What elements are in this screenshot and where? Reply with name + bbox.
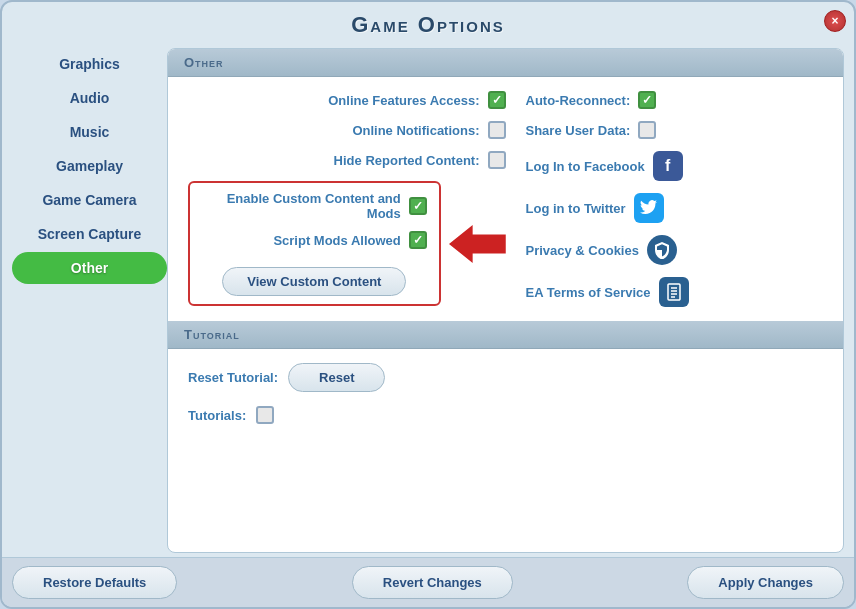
tos-label: EA Terms of Service [526,285,651,300]
title-bar: Game Options × [2,2,854,44]
share-user-data-checkbox[interactable] [638,121,656,139]
tutorials-row: Tutorials: [188,406,823,424]
custom-content-area: Enable Custom Content and Mods Script Mo… [188,181,506,306]
auto-reconnect-row: Auto-Reconnect: [526,91,824,109]
privacy-label: Privacy & Cookies [526,243,639,258]
privacy-row: Privacy & Cookies [526,235,824,265]
sidebar-item-audio[interactable]: Audio [12,82,167,114]
restore-defaults-button[interactable]: Restore Defaults [12,566,177,599]
sidebar: Graphics Audio Music Gameplay Game Camer… [12,44,167,557]
tutorial-section-header: Tutorial [168,321,843,349]
share-user-data-label: Share User Data: [526,123,631,138]
apply-changes-button[interactable]: Apply Changes [687,566,844,599]
facebook-label: Log In to Facebook [526,159,645,174]
script-mods-checkbox[interactable] [409,231,427,249]
share-user-data-row: Share User Data: [526,121,824,139]
sidebar-item-music[interactable]: Music [12,116,167,148]
view-custom-button[interactable]: View Custom Content [222,267,406,296]
main-content: Graphics Audio Music Gameplay Game Camer… [2,44,854,557]
window-title: Game Options [2,12,854,38]
enable-custom-label: Enable Custom Content and Mods [202,191,401,221]
online-notifications-label: Online Notifications: [352,123,479,138]
tos-icon[interactable] [659,277,689,307]
content-panel: Other Online Features Access: Online Not… [167,48,844,553]
right-column: Auto-Reconnect: Share User Data: Log In … [506,91,824,307]
tutorials-checkbox[interactable] [256,406,274,424]
left-column: Online Features Access: Online Notificat… [188,91,506,307]
custom-content-box: Enable Custom Content and Mods Script Mo… [188,181,441,306]
enable-custom-row: Enable Custom Content and Mods [202,191,427,221]
twitter-icon[interactable] [634,193,664,223]
game-options-window: Game Options × Graphics Audio Music Game… [0,0,856,609]
other-section-body: Online Features Access: Online Notificat… [168,77,843,321]
privacy-icon[interactable] [647,235,677,265]
other-section-header: Other [168,49,843,77]
tutorials-label: Tutorials: [188,408,246,423]
auto-reconnect-checkbox[interactable] [638,91,656,109]
hide-reported-label: Hide Reported Content: [334,153,480,168]
view-custom-row: View Custom Content [202,263,427,296]
facebook-row: Log In to Facebook f [526,151,824,181]
twitter-row: Log in to Twitter [526,193,824,223]
online-features-checkbox[interactable] [488,91,506,109]
script-mods-row: Script Mods Allowed [202,231,427,249]
footer: Restore Defaults Revert Changes Apply Ch… [2,557,854,607]
sidebar-item-game-camera[interactable]: Game Camera [12,184,167,216]
online-notifications-checkbox[interactable] [488,121,506,139]
reset-tutorial-row: Reset Tutorial: Reset [188,363,823,392]
close-button[interactable]: × [824,10,846,32]
auto-reconnect-label: Auto-Reconnect: [526,93,631,108]
sidebar-item-gameplay[interactable]: Gameplay [12,150,167,182]
sidebar-item-graphics[interactable]: Graphics [12,48,167,80]
online-notifications-row: Online Notifications: [188,121,506,139]
online-features-label: Online Features Access: [328,93,479,108]
reset-tutorial-label: Reset Tutorial: [188,370,278,385]
red-arrow-icon [449,224,506,264]
tutorial-body: Reset Tutorial: Reset Tutorials: [168,349,843,438]
reset-button[interactable]: Reset [288,363,385,392]
facebook-icon[interactable]: f [653,151,683,181]
revert-changes-button[interactable]: Revert Changes [352,566,513,599]
sidebar-item-other[interactable]: Other [12,252,167,284]
online-features-row: Online Features Access: [188,91,506,109]
hide-reported-row: Hide Reported Content: [188,151,506,169]
hide-reported-checkbox[interactable] [488,151,506,169]
enable-custom-checkbox[interactable] [409,197,427,215]
script-mods-label: Script Mods Allowed [273,233,400,248]
twitter-label: Log in to Twitter [526,201,626,216]
tos-row: EA Terms of Service [526,277,824,307]
svg-marker-0 [449,225,506,263]
sidebar-item-screen-capture[interactable]: Screen Capture [12,218,167,250]
